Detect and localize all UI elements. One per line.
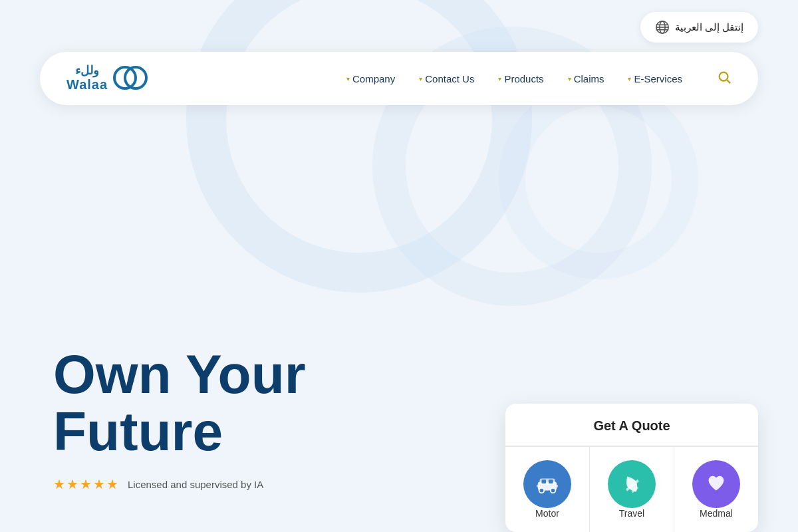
- chevron-icon: ▾: [628, 75, 631, 82]
- chevron-icon: ▾: [568, 75, 571, 82]
- star-3: ★: [80, 476, 92, 492]
- subtitle-text: Licensed and supervised by IA: [128, 479, 263, 490]
- nav-products-label: Products: [504, 73, 543, 84]
- motor-label: Motor: [535, 508, 559, 519]
- svg-line-6: [727, 80, 730, 83]
- chevron-icon: ▾: [346, 75, 350, 82]
- hero-title: Own Your Future: [53, 346, 306, 460]
- medmal-icon-wrap: [692, 460, 740, 508]
- logo[interactable]: وللء Walaa: [66, 65, 148, 93]
- nav-company-label: Company: [352, 73, 395, 84]
- navbar: وللء Walaa ▾ Company ▾ Contact Us ▾ Prod…: [40, 52, 758, 105]
- nav-item-company[interactable]: ▾ Company: [346, 73, 395, 84]
- nav-claims-label: Claims: [574, 73, 604, 84]
- nav-item-products[interactable]: ▾ Products: [498, 73, 543, 84]
- nav-contact-label: Contact Us: [425, 73, 474, 84]
- svg-rect-10: [549, 479, 553, 483]
- svg-rect-14: [555, 485, 558, 487]
- heart-icon: [704, 471, 729, 497]
- logo-area[interactable]: وللء Walaa: [66, 65, 148, 93]
- language-button[interactable]: إنتقل إلى العربية: [640, 12, 758, 43]
- logo-circles: [113, 66, 148, 91]
- logo-arabic-text: وللء: [75, 65, 99, 78]
- lang-label: إنتقل إلى العربية: [675, 21, 743, 33]
- travel-icon-wrap: [608, 460, 656, 508]
- svg-point-12: [551, 488, 556, 493]
- chevron-icon: ▾: [498, 75, 501, 82]
- hero-line1: Own Your: [53, 346, 306, 403]
- svg-rect-13: [537, 485, 540, 487]
- hero-section: Own Your Future ★ ★ ★ ★ ★ Licensed and s…: [53, 346, 306, 492]
- product-medmal[interactable]: Medmal: [674, 447, 758, 532]
- star-4: ★: [93, 476, 105, 492]
- hero-line2: Future: [53, 403, 306, 460]
- products-grid: Motor Travel Medmal: [505, 446, 758, 532]
- svg-rect-9: [541, 479, 546, 483]
- search-icon: [717, 70, 732, 84]
- nav-item-claims[interactable]: ▾ Claims: [568, 73, 604, 84]
- travel-label: Travel: [619, 508, 644, 519]
- quote-card: Get A Quote Motor: [505, 404, 758, 532]
- product-motor[interactable]: Motor: [505, 447, 590, 532]
- star-5: ★: [106, 476, 118, 492]
- product-travel[interactable]: Travel: [590, 447, 674, 532]
- logo-english-text: Walaa: [66, 77, 108, 92]
- medmal-label: Medmal: [700, 508, 733, 519]
- stars: ★ ★ ★ ★ ★: [53, 476, 118, 492]
- search-button[interactable]: [717, 70, 732, 88]
- quote-title: Get A Quote: [593, 418, 670, 433]
- car-icon: [535, 471, 560, 497]
- nav-item-eservices[interactable]: ▾ E-Services: [628, 73, 682, 84]
- nav-links: ▾ Company ▾ Contact Us ▾ Products ▾ Clai…: [346, 70, 732, 88]
- plane-icon: [619, 471, 644, 497]
- globe-icon: [655, 20, 670, 35]
- nav-item-contact[interactable]: ▾ Contact Us: [419, 73, 474, 84]
- hero-subtitle: ★ ★ ★ ★ ★ Licensed and supervised by IA: [53, 476, 306, 492]
- svg-point-5: [720, 72, 728, 80]
- star-2: ★: [66, 476, 78, 492]
- motor-icon-wrap: [523, 460, 571, 508]
- nav-eservices-label: E-Services: [634, 73, 682, 84]
- quote-header: Get A Quote: [505, 404, 758, 446]
- svg-point-11: [539, 488, 545, 493]
- language-bar: إنتقل إلى العربية: [640, 12, 758, 43]
- chevron-icon: ▾: [419, 75, 422, 82]
- star-1: ★: [53, 476, 65, 492]
